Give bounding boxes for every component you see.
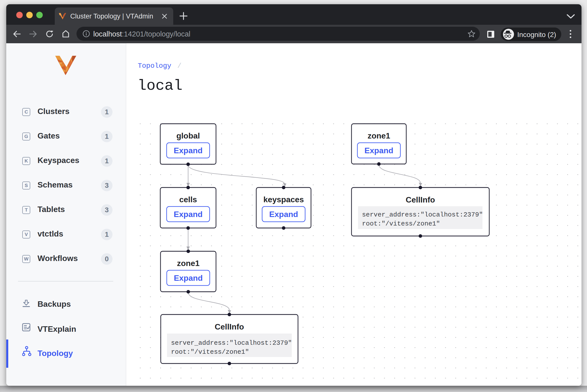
svg-text:CellInfo: CellInfo [215, 322, 244, 331]
svg-text:zone1: zone1 [177, 259, 200, 268]
svg-text:Expand: Expand [174, 210, 203, 219]
svg-text:Expand: Expand [174, 274, 203, 282]
svg-text:CellInfo: CellInfo [406, 195, 435, 204]
svg-text:root:"/vitess/zone1": root:"/vitess/zone1" [362, 220, 440, 228]
svg-text:keyspaces: keyspaces [264, 195, 304, 204]
svg-text:zone1: zone1 [368, 131, 390, 140]
svg-text:server_address:"localhost:2379: server_address:"localhost:2379" [362, 211, 483, 218]
svg-text:Expand: Expand [364, 146, 394, 155]
svg-text:global: global [176, 131, 200, 140]
svg-text:Expand: Expand [174, 146, 203, 155]
svg-text:Expand: Expand [269, 210, 298, 219]
svg-text:server_address:"localhost:2379: server_address:"localhost:2379" [171, 339, 292, 347]
svg-text:root:"/vitess/zone1": root:"/vitess/zone1" [171, 348, 249, 356]
svg-text:cells: cells [179, 195, 197, 204]
